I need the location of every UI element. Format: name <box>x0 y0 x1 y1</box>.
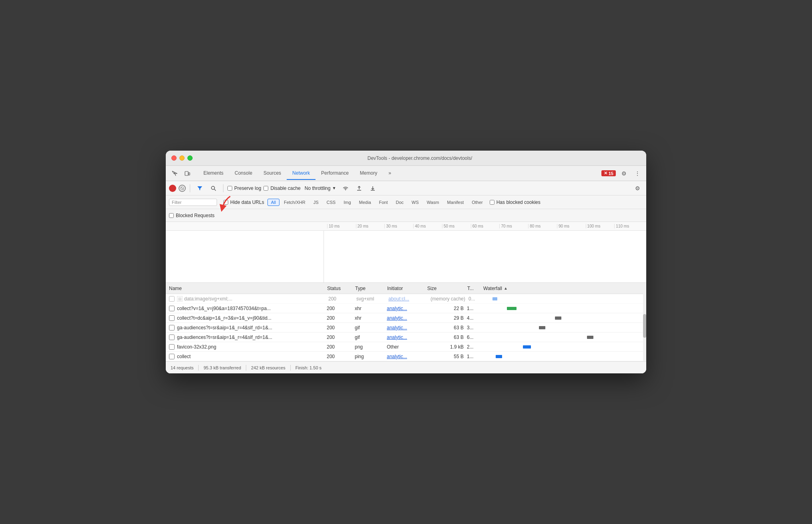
filter-type-wasm[interactable]: Wasm <box>423 199 443 206</box>
cell-status: 200 <box>327 354 355 359</box>
ruler-ticks: 10 ms 20 ms 30 ms 40 ms 50 ms 60 ms 70 m… <box>327 224 643 228</box>
col-header-status[interactable]: Status <box>327 286 355 291</box>
tab-elements[interactable]: Elements <box>198 167 229 180</box>
cell-type: svg+xml <box>356 296 388 302</box>
col-header-initiator[interactable]: Initiator <box>387 286 427 291</box>
row-checkbox[interactable] <box>169 306 175 311</box>
cell-type: xhr <box>355 315 387 321</box>
table-row[interactable]: collect 200 ping analytic... 55 B 1... <box>166 352 646 361</box>
filter-input-area[interactable]: Filter <box>169 199 217 206</box>
disable-cache-label[interactable]: Disable cache <box>263 185 300 191</box>
cell-time: 1... <box>467 354 483 359</box>
tab-more[interactable]: » <box>383 167 397 180</box>
throttle-label: No throttling <box>305 185 331 191</box>
record-button[interactable] <box>169 185 176 192</box>
row-checkbox[interactable] <box>169 325 175 331</box>
blocked-requests-checkbox[interactable] <box>169 213 174 218</box>
col-header-type[interactable]: Type <box>355 286 387 291</box>
maximize-button[interactable] <box>187 155 193 161</box>
cell-status: 200 <box>327 325 355 331</box>
hide-data-urls-label[interactable]: Hide data URLs <box>223 200 264 205</box>
search-button[interactable] <box>208 183 219 194</box>
table-row[interactable]: ▤ data:image/svg+xml;... 200 svg+xml abo… <box>166 294 646 304</box>
wifi-icon[interactable] <box>340 183 351 194</box>
table-row[interactable]: collect?t=dc&aip=1&_r=3&v=1&_v=j90&tid..… <box>166 313 646 323</box>
preserve-log-label[interactable]: Preserve log <box>227 185 261 191</box>
filter-type-img[interactable]: Img <box>340 199 354 206</box>
filter-type-js[interactable]: JS <box>310 199 322 206</box>
row-checkbox[interactable] <box>169 296 175 302</box>
status-requests: 14 requests <box>171 365 193 370</box>
table-row[interactable]: collect?v=1&_v=j90&a=1837457034&t=pa... … <box>166 304 646 313</box>
filter-type-css[interactable]: CSS <box>323 199 340 206</box>
status-bar: 14 requests 95.3 kB transferred 242 kB r… <box>166 361 646 373</box>
col-header-waterfall[interactable]: Waterfall ▲ <box>483 286 643 291</box>
blocked-requests-label[interactable]: Blocked Requests <box>169 213 215 218</box>
row-checkbox[interactable] <box>169 354 175 359</box>
cell-name: data:image/svg+xml;... <box>184 296 328 302</box>
row-checkbox[interactable] <box>169 335 175 340</box>
tick-60ms: 60 ms <box>471 224 500 228</box>
preserve-log-checkbox[interactable] <box>227 186 232 191</box>
tab-sources[interactable]: Sources <box>258 167 287 180</box>
table-row[interactable]: favicon-32x32.png 200 png Other 1.9 kB 2… <box>166 342 646 352</box>
waterfall-bar <box>555 316 561 320</box>
minimize-button[interactable] <box>179 155 185 161</box>
cell-status: 200 <box>327 306 355 311</box>
device-toolbar-icon[interactable] <box>182 168 193 179</box>
network-settings-icon[interactable]: ⚙ <box>632 183 643 194</box>
has-blocked-cookies-label[interactable]: Has blocked cookies <box>490 200 541 205</box>
filter-type-all[interactable]: All <box>267 199 279 206</box>
row-checkbox[interactable] <box>169 315 175 321</box>
waterfall-bar <box>539 326 545 329</box>
waterfall-bar <box>496 355 502 358</box>
row-icon: ▤ <box>177 296 183 302</box>
import-har-icon[interactable] <box>354 183 365 194</box>
tab-network[interactable]: Network <box>287 167 316 180</box>
cell-size: 22 B <box>427 306 467 311</box>
scrollbar-thumb[interactable] <box>643 314 646 338</box>
cell-type: gif <box>355 325 387 331</box>
cell-time: 2... <box>467 344 483 350</box>
svg-line-5 <box>214 189 216 191</box>
row-checkbox[interactable] <box>169 344 175 350</box>
error-badge[interactable]: ✕ 15 <box>601 170 616 176</box>
filter-button[interactable] <box>194 183 205 194</box>
table-row[interactable]: ga-audiences?t=sr&aip=1&_r=4&slf_rd=1&..… <box>166 333 646 342</box>
cell-status: 200 <box>327 344 355 350</box>
close-button[interactable] <box>171 155 177 161</box>
table-row[interactable]: ga-audiences?t=sr&aip=1&_r=4&slf_rd=1&..… <box>166 323 646 333</box>
tab-performance[interactable]: Performance <box>316 167 354 180</box>
cell-waterfall <box>483 304 643 313</box>
tick-110ms: 110 ms <box>614 224 643 228</box>
error-x-icon: ✕ <box>604 171 607 176</box>
cell-type: xhr <box>355 306 387 311</box>
filter-type-manifest[interactable]: Manifest <box>444 199 468 206</box>
tick-100ms: 100 ms <box>586 224 615 228</box>
filter-type-ws[interactable]: WS <box>408 199 422 206</box>
network-toolbar: Preserve log Disable cache No throttling… <box>166 181 646 195</box>
filter-type-xhr[interactable]: Fetch/XHR <box>280 199 309 206</box>
cell-waterfall <box>484 294 643 303</box>
hide-data-urls-checkbox[interactable] <box>223 200 228 205</box>
settings-icon[interactable]: ⚙ <box>618 168 629 179</box>
col-header-time[interactable]: T... <box>467 286 483 291</box>
disable-cache-checkbox[interactable] <box>263 186 268 191</box>
inspector-icon[interactable] <box>169 168 180 179</box>
filter-type-other[interactable]: Other <box>468 199 486 206</box>
more-options-icon[interactable]: ⋮ <box>632 168 643 179</box>
throttle-select[interactable]: No throttling ▼ <box>303 185 338 192</box>
tick-50ms: 50 ms <box>442 224 471 228</box>
clear-button[interactable] <box>179 185 186 192</box>
tick-30ms: 30 ms <box>384 224 413 228</box>
filter-type-media[interactable]: Media <box>356 199 375 206</box>
cell-waterfall <box>483 313 643 322</box>
export-har-icon[interactable] <box>367 183 378 194</box>
tab-memory[interactable]: Memory <box>354 167 383 180</box>
filter-type-font[interactable]: Font <box>376 199 392 206</box>
filter-type-doc[interactable]: Doc <box>392 199 408 206</box>
has-blocked-cookies-checkbox[interactable] <box>490 200 494 205</box>
tab-console[interactable]: Console <box>229 167 258 180</box>
col-header-name[interactable]: Name <box>169 286 327 291</box>
col-header-size[interactable]: Size <box>427 286 467 291</box>
